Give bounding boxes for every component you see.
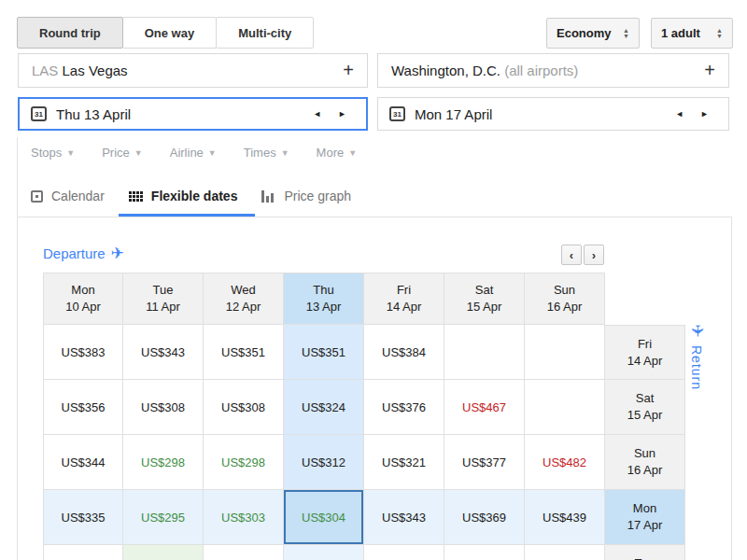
calendar-icon: 31: [389, 106, 405, 121]
grid-icon: [129, 191, 143, 202]
fare-cell[interactable]: US$377: [444, 435, 525, 490]
passenger-select-value: 1 adult: [661, 26, 700, 40]
chevron-down-icon: ▼: [134, 148, 143, 158]
departure-prev-day-button[interactable]: ◄: [304, 105, 330, 122]
fare-cell[interactable]: US$298: [123, 435, 204, 490]
fare-cell[interactable]: US$376: [364, 380, 444, 435]
origin-text: LAS Las Vegas: [32, 63, 333, 78]
origin-city: Las Vegas: [63, 63, 128, 78]
fare-matrix: Mon10 AprTue11 AprWed12 AprThu13 AprFri1…: [43, 273, 686, 560]
add-origin-button[interactable]: +: [333, 60, 354, 81]
fare-cell[interactable]: US$384: [364, 325, 444, 380]
fare-cell[interactable]: US$308: [204, 380, 284, 435]
fare-cell[interactable]: US$482: [525, 435, 605, 490]
matrix-row: US$335US$295US$303US$304US$343US$369US$4…: [43, 490, 686, 545]
airline-filter[interactable]: Airline▼: [170, 146, 217, 160]
col-header-11-apr[interactable]: Tue11 Apr: [123, 273, 204, 325]
return-plane-icon: ✈: [689, 324, 705, 337]
fare-cell[interactable]: US$308: [123, 380, 204, 435]
return-next-day-button[interactable]: ►: [692, 105, 717, 122]
matrix-row: Tue18 Apr: [43, 545, 686, 560]
fare-cell[interactable]: [204, 545, 284, 560]
return-prev-day-button[interactable]: ◄: [667, 105, 692, 122]
fare-cell[interactable]: US$343: [123, 325, 204, 380]
fare-cell[interactable]: US$351: [204, 325, 284, 380]
flexible-dates-panel: Departure ✈ ‹ › Mon10 AprTue11 AprWed12 …: [17, 217, 732, 560]
trip-type-group: Round trip One way Multi-city: [18, 17, 314, 49]
fare-cell[interactable]: [525, 380, 605, 435]
fare-cell[interactable]: [364, 545, 444, 560]
fare-cell[interactable]: US$344: [43, 435, 123, 490]
origin-field[interactable]: LAS Las Vegas +: [18, 53, 368, 88]
row-header-16-apr[interactable]: Sun16 Apr: [605, 435, 685, 490]
return-date-field[interactable]: 31 Mon 17 April ◄ ►: [377, 97, 729, 131]
origin-airport-code: LAS: [32, 63, 58, 78]
multi-city-button[interactable]: Multi-city: [216, 17, 314, 49]
passenger-select[interactable]: 1 adult ▲▼: [651, 18, 733, 49]
panel-left-border: [17, 137, 18, 217]
more-filter[interactable]: More▼: [317, 146, 358, 160]
one-way-button[interactable]: One way: [122, 17, 217, 49]
row-header-14-apr[interactable]: Fri14 Apr: [605, 325, 685, 380]
header-spacer: [605, 273, 685, 325]
active-tab-underline: [119, 214, 255, 217]
fare-cell[interactable]: US$298: [204, 435, 284, 490]
departure-axis-label: Departure ✈: [43, 245, 124, 261]
fare-cell[interactable]: [444, 545, 525, 560]
times-filter[interactable]: Times▼: [244, 146, 289, 160]
fare-cell[interactable]: [525, 325, 605, 380]
row-header-15-apr[interactable]: Sat15 Apr: [605, 380, 685, 435]
fare-cell[interactable]: [284, 545, 364, 560]
filter-bar: Stops▼ Price▼ Airline▼ Times▼ More▼: [31, 146, 357, 160]
destination-note: (all airports): [504, 63, 578, 78]
chevron-down-icon: ▼: [66, 148, 75, 158]
fare-cell[interactable]: US$304: [284, 490, 364, 545]
departure-date-field[interactable]: 31 Thu 13 April ◄ ►: [18, 97, 368, 131]
fare-cell[interactable]: US$439: [525, 490, 605, 545]
tab-calendar[interactable]: Calendar: [31, 184, 105, 208]
price-filter[interactable]: Price▼: [102, 146, 143, 160]
fare-cell[interactable]: US$383: [43, 325, 123, 380]
fare-cell[interactable]: [525, 545, 605, 560]
chevron-down-icon: ▼: [348, 148, 357, 158]
col-header-12-apr[interactable]: Wed12 Apr: [204, 273, 284, 325]
departure-date-value: Thu 13 April: [56, 106, 304, 122]
chevron-down-icon: ▼: [281, 148, 289, 158]
fare-cell[interactable]: US$303: [204, 490, 284, 545]
destination-text: Washington, D.C. (all airports): [391, 63, 695, 78]
col-header-10-apr[interactable]: Mon10 Apr: [43, 273, 123, 325]
return-axis-label: ✈ Return: [689, 323, 704, 390]
row-header-17-apr[interactable]: Mon17 Apr: [605, 490, 685, 545]
fare-cell[interactable]: US$356: [43, 380, 123, 435]
fare-cell[interactable]: US$324: [284, 380, 364, 435]
fare-cell[interactable]: [444, 325, 525, 380]
fare-cell[interactable]: US$335: [43, 490, 123, 545]
destination-field[interactable]: Washington, D.C. (all airports) +: [377, 53, 729, 88]
row-header-18-apr[interactable]: Tue18 Apr: [605, 545, 685, 560]
prev-week-button[interactable]: ‹: [561, 245, 582, 265]
fare-cell[interactable]: US$351: [284, 325, 364, 380]
fare-cell[interactable]: [123, 545, 204, 560]
fare-cell[interactable]: US$467: [444, 380, 525, 435]
next-week-button[interactable]: ›: [584, 245, 604, 265]
round-trip-button[interactable]: Round trip: [17, 17, 123, 49]
col-header-14-apr[interactable]: Fri14 Apr: [364, 273, 444, 325]
fare-cell[interactable]: US$295: [123, 490, 204, 545]
fare-cell[interactable]: US$321: [364, 435, 444, 490]
add-destination-button[interactable]: +: [695, 60, 715, 81]
fare-cell[interactable]: US$312: [284, 435, 364, 490]
tab-price-graph[interactable]: Price graph: [261, 184, 351, 208]
return-date-value: Mon 17 April: [415, 106, 667, 122]
col-header-15-apr[interactable]: Sat15 Apr: [444, 273, 525, 325]
fare-cell[interactable]: [43, 545, 123, 560]
matrix-row: US$356US$308US$308US$324US$376US$467Sat1…: [43, 380, 686, 435]
fare-cell[interactable]: US$343: [364, 490, 444, 545]
departure-plane-icon: ✈: [111, 245, 124, 261]
cabin-select[interactable]: Economy ▲▼: [546, 18, 640, 49]
departure-next-day-button[interactable]: ►: [330, 105, 355, 122]
tab-flexible-dates[interactable]: Flexible dates: [129, 184, 238, 208]
stops-filter[interactable]: Stops▼: [31, 146, 75, 160]
col-header-16-apr[interactable]: Sun16 Apr: [525, 273, 605, 325]
col-header-13-apr[interactable]: Thu13 Apr: [284, 273, 364, 325]
fare-cell[interactable]: US$369: [444, 490, 525, 545]
